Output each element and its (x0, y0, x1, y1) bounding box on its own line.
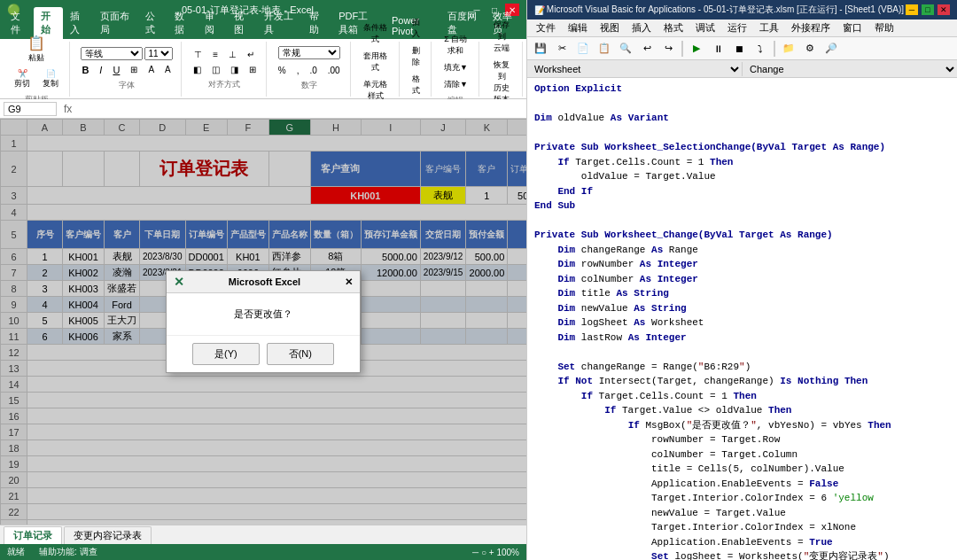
vba-find-button[interactable]: 🔍 (616, 40, 635, 58)
vba-menu-window[interactable]: 窗口 (837, 19, 868, 36)
vba-object-browser-button[interactable]: 🔎 (821, 40, 841, 58)
sheet-tab-changes[interactable]: 变更内容记录表 (64, 526, 152, 544)
conditional-format-button[interactable]: 条件格式 (358, 19, 393, 48)
dialog-close-icon[interactable]: ✕ (345, 276, 353, 288)
code-line: End Sub (534, 198, 950, 214)
tab-review[interactable]: 审阅 (198, 7, 228, 39)
clear-button[interactable]: 清除▼ (440, 76, 472, 93)
vba-step-button[interactable]: ⤵ (751, 40, 770, 58)
dialog-footer: 是(Y) 否(N) (167, 335, 360, 372)
vba-copy-button[interactable]: 📄 (573, 40, 593, 58)
vba-save-button[interactable]: 💾 (531, 40, 550, 58)
font-select[interactable]: 等线 (81, 47, 143, 60)
vba-menu-edit[interactable]: 编辑 (563, 19, 593, 36)
autosum-button[interactable]: Σ 自动求和 (439, 31, 474, 59)
paste-button[interactable]: 📋 粘贴 (23, 32, 50, 66)
alignment-group: ⊤ ≡ ⊥ ↵ ◧ ◫ ◨ ⊞ 对齐方式 (183, 42, 267, 97)
increase-decimal-button[interactable]: .0 (305, 63, 321, 78)
merge-button[interactable]: ⊞ (245, 62, 261, 77)
vba-cut-button[interactable]: ✂ (552, 40, 572, 58)
align-top-button[interactable]: ⊤ (190, 47, 206, 62)
zoom-controls[interactable]: ─ ○ + 100% (472, 548, 519, 557)
cut-button[interactable]: ✂️ 剪切 (9, 66, 35, 92)
excel-logo-icon: ✕ (174, 275, 184, 289)
number-format-select[interactable]: 常规 (278, 46, 340, 59)
decrease-decimal-button[interactable]: .00 (323, 63, 345, 78)
code-line: newValue = Target.Value (534, 506, 950, 521)
tab-view[interactable]: 视图 (227, 7, 257, 39)
vba-close-button[interactable]: ✕ (938, 4, 950, 15)
vba-paste-button[interactable]: 📋 (595, 40, 614, 58)
fill-button[interactable]: 填充▼ (440, 59, 472, 76)
align-right-button[interactable]: ◨ (226, 62, 243, 77)
vba-run-button[interactable]: ▶ (687, 40, 706, 58)
vba-menu-help[interactable]: 帮助 (869, 19, 899, 36)
align-left-button[interactable]: ◧ (189, 62, 206, 77)
vba-menu-file[interactable]: 文件 (531, 19, 561, 36)
spreadsheet-scroll-area[interactable]: A B C D E F G H I J K L 1 (0, 119, 526, 525)
code-line: Private Sub Worksheet_Change(ByVal Targe… (534, 228, 950, 243)
sheet-tab-orders[interactable]: 订单记录 (4, 526, 62, 544)
percent-button[interactable]: % (274, 63, 291, 78)
number-group: 常规 % , .0 .00 数字 (268, 42, 351, 97)
tab-help[interactable]: 帮助 (302, 7, 332, 39)
save-cloud-button[interactable]: 保存到云端 (486, 17, 517, 57)
name-box[interactable]: G9 (4, 102, 57, 116)
vba-menu-run[interactable]: 运行 (722, 19, 752, 36)
bold-button[interactable]: B (77, 62, 93, 78)
tab-data[interactable]: 数据 (167, 7, 198, 39)
code-line: Dim title As String (534, 286, 950, 301)
vba-menu-debug[interactable]: 调试 (690, 19, 720, 36)
tab-pagelayout[interactable]: 页面布局 (93, 7, 138, 39)
comma-button[interactable]: , (292, 63, 304, 78)
align-middle-button[interactable]: ≡ (208, 47, 222, 62)
border-button[interactable]: ⊞ (126, 62, 142, 78)
format-table-button[interactable]: 套用格式 (358, 48, 393, 76)
vba-properties-button[interactable]: ⚙ (800, 40, 820, 58)
align-bottom-button[interactable]: ⊥ (224, 47, 241, 62)
code-line (534, 345, 950, 360)
new-group: 保存到云端 恢复到历史版本 新增 (481, 42, 523, 97)
vba-redo-button[interactable]: ↪ (658, 40, 678, 58)
vba-procedure-select[interactable]: Change (742, 62, 957, 76)
code-line: Target.Interior.ColorIndex = xlNone (534, 520, 950, 535)
underline-button[interactable]: U (108, 62, 124, 78)
code-line: Set changeRange = Range("B6:R29") (534, 360, 950, 375)
vba-menu-view[interactable]: 视图 (595, 19, 625, 36)
italic-button[interactable]: I (95, 62, 106, 78)
code-line: Private Sub Worksheet_SelectionChange(By… (534, 140, 950, 155)
dialog-no-button[interactable]: 否(N) (267, 343, 334, 365)
format-cells-button[interactable]: 格式 (407, 71, 425, 99)
dialog-title: ✕ Microsoft Excel ✕ (167, 271, 360, 293)
vba-menu-bar: 文件 编辑 视图 插入 格式 调试 运行 工具 外接程序 窗口 帮助 (527, 19, 957, 37)
insert-cells-button[interactable]: 插入 (407, 14, 425, 43)
vba-menu-tools[interactable]: 工具 (754, 19, 784, 36)
vba-minimize-button[interactable]: ─ (906, 4, 918, 15)
code-line: colNumber = Target.Column (534, 447, 950, 463)
vba-menu-insert[interactable]: 插入 (626, 19, 657, 36)
vba-code-area[interactable]: Option Explicit Dim oldValue As Variant … (527, 78, 957, 560)
vba-maximize-button[interactable]: □ (922, 4, 934, 15)
font-size-select[interactable]: 11 (144, 47, 173, 60)
font-color-button[interactable]: A (160, 62, 175, 78)
vba-reset-button[interactable]: ⏹ (729, 40, 749, 58)
tab-developer[interactable]: 开发工具 (257, 7, 302, 39)
vba-module-select[interactable]: Worksheet (527, 62, 742, 76)
vba-undo-button[interactable]: ↩ (637, 40, 657, 58)
wrap-text-button[interactable]: ↵ (243, 47, 259, 62)
status-accessibility: 辅助功能: 调查 (39, 546, 97, 558)
code-line: Dim oldValue As Variant (534, 111, 950, 126)
copy-button[interactable]: 📄 复制 (37, 66, 64, 92)
tab-formula[interactable]: 公式 (138, 7, 168, 39)
vba-break-button[interactable]: ⏸ (708, 40, 727, 58)
tab-insert[interactable]: 插入 (63, 7, 93, 39)
delete-cells-button[interactable]: 删除 (407, 43, 425, 71)
vba-project-button[interactable]: 📁 (779, 40, 798, 58)
code-line: Set logSheet = Worksheets("变更内容记录表") (534, 549, 950, 560)
vba-menu-format[interactable]: 格式 (658, 19, 689, 36)
fill-color-button[interactable]: A (144, 62, 159, 78)
vba-menu-addins[interactable]: 外接程序 (786, 19, 836, 36)
formula-input[interactable] (75, 104, 523, 114)
align-center-button[interactable]: ◫ (207, 62, 224, 77)
dialog-yes-button[interactable]: 是(Y) (192, 343, 260, 365)
